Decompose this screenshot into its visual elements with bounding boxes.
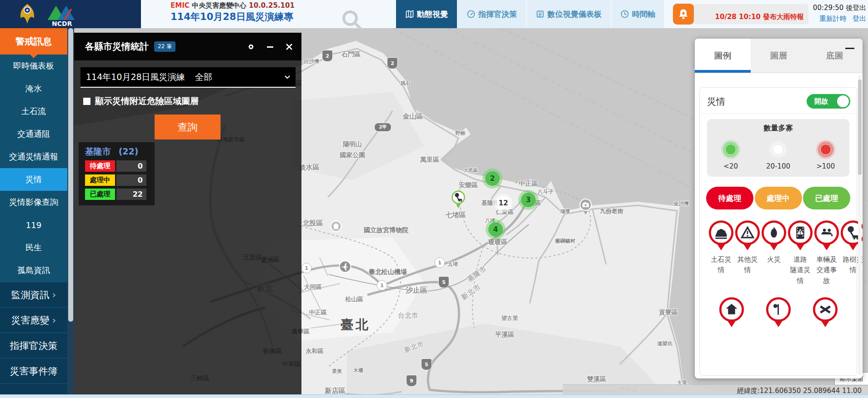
nav-tab-0[interactable]: 動態視覺	[396, 0, 457, 28]
legend-entry-partial[interactable]	[802, 296, 848, 330]
emic-phoenix-logo	[15, 2, 39, 26]
sidebar-item-9[interactable]: 民生	[0, 236, 67, 259]
legend-tab-2[interactable]: 底圖	[807, 39, 863, 73]
airport-poi[interactable]	[339, 260, 351, 275]
legend-entry[interactable]: 火災	[761, 219, 787, 286]
emic-label: EMIC	[171, 1, 190, 10]
session-countdown: 00:29:50 後登出	[813, 3, 866, 13]
quantity-dot	[773, 144, 783, 155]
chevron-down-icon	[284, 74, 291, 81]
legend-entry[interactable]: 土石災情	[708, 219, 734, 286]
status-row: 處理中0	[85, 174, 150, 186]
record-count-badge: 22 筆	[154, 41, 176, 52]
legend-tabs: 圖例圖層底圖	[695, 39, 863, 73]
sidebar-item-3[interactable]: 土石流	[0, 100, 67, 123]
nav-tab-3[interactable]: 時間軸	[611, 0, 665, 28]
cluster-marker[interactable]: 12	[497, 197, 510, 209]
logout-link[interactable]: 登出	[853, 15, 866, 23]
map-label: 金沙灣	[674, 200, 689, 207]
map-label: 跳石	[401, 80, 411, 87]
alert-bell-icon[interactable]	[673, 4, 694, 25]
nav-tab-1[interactable]: 指揮官決策	[457, 0, 527, 28]
map-label: 平溪區	[495, 331, 514, 339]
sidebar-item-11[interactable]: 監測資訊›	[0, 282, 67, 307]
legend-entry-partial[interactable]	[755, 296, 802, 330]
nav-tab-2[interactable]: 數位視覺儀表板	[527, 0, 611, 28]
sidebar-item-6[interactable]: 災情	[0, 168, 67, 191]
map-icon	[405, 10, 414, 19]
road-shield: 2	[322, 50, 333, 62]
map-label: 五堵	[448, 261, 458, 268]
status-chip: 待處理	[85, 160, 115, 172]
panel-titlebar[interactable]: 各縣市災情統計 22 筆	[74, 33, 301, 60]
museum-poi[interactable]	[330, 220, 342, 234]
map-label: 汐止區	[406, 286, 427, 295]
legend-tab-0[interactable]: 圖例	[695, 39, 751, 73]
close-icon[interactable]	[284, 42, 294, 52]
legend-entry-partial[interactable]	[708, 296, 755, 330]
legend-scrollbar-thumb[interactable]	[858, 80, 862, 175]
status-pill[interactable]: 處理中	[755, 187, 802, 209]
cluster-marker[interactable]: 4	[488, 222, 503, 237]
power-icon	[765, 296, 792, 330]
sidebar-item-4[interactable]: 交通通阻	[0, 123, 67, 145]
event-filter-select[interactable]: 114年10月28日風災演練 全部	[80, 67, 296, 88]
tree-car-pin[interactable]	[451, 190, 466, 212]
sidebar-item-12[interactable]: 災害應變›	[0, 307, 67, 333]
sidebar-item-14[interactable]: 災害事件簿	[0, 358, 67, 383]
sidebar-item-13[interactable]: 指揮官決策	[0, 333, 67, 358]
disaster-layer-toggle[interactable]: 開啟	[807, 94, 850, 109]
legend-group-box: 災情 開啟 數量多寡 <2020-100>100 待處理處理中已處理 土石災情其…	[699, 87, 857, 376]
scope-filter-value: 全部	[195, 71, 212, 83]
sidebar-item-5[interactable]: 交通災情通報	[0, 145, 67, 168]
city-name[interactable]: 基隆市	[85, 146, 111, 156]
sidebar-item-0[interactable]: 警戒訊息	[0, 28, 67, 55]
minimize-icon[interactable]	[265, 42, 275, 52]
scrollbar-thumb[interactable]	[68, 28, 73, 322]
legend-icon-grid-partial	[708, 296, 848, 330]
road-shield: 2	[387, 57, 398, 69]
status-chip: 處理中	[85, 174, 115, 186]
map-label: 大同區	[304, 283, 322, 291]
city-count: (22)	[119, 146, 139, 156]
query-button[interactable]: 查詢	[155, 114, 221, 139]
status-pill[interactable]: 待處理	[706, 187, 753, 209]
legend-entry[interactable]: 其他災情	[734, 219, 761, 286]
road-shield: 1	[377, 280, 387, 291]
search-icon[interactable]	[340, 9, 366, 33]
sidebar-item-10[interactable]: 孤島資訊	[0, 259, 67, 282]
status-value: 22	[116, 189, 146, 200]
cluster-marker[interactable]: 3	[521, 193, 536, 207]
cluster-marker[interactable]: 2	[485, 171, 500, 186]
map-label: 木柵	[353, 367, 363, 374]
sidebar-item-8[interactable]: 119	[0, 214, 67, 236]
road-shield: 5	[421, 358, 432, 370]
reset-timer-link[interactable]: 重新計時	[819, 15, 847, 23]
ncdr-logo: NCDR	[43, 1, 85, 27]
alert-banner[interactable]: 10/28 10:10 發布大雨特報	[677, 4, 808, 24]
legend-entry[interactable]: 車輛及 交通事故	[813, 219, 840, 286]
hazard-layer-checkbox-row[interactable]: 顯示災情附近危險區域圖層	[83, 95, 199, 107]
map-label: 淡水區	[299, 163, 320, 172]
org-label: 中央災害應變中心	[192, 1, 246, 10]
legend-minimize-icon[interactable]	[845, 48, 855, 54]
gear-icon[interactable]	[246, 42, 256, 52]
board-icon	[536, 10, 545, 19]
map-label: 九份老街	[600, 207, 623, 215]
legend-icon-grid: 土石災情其他災情火災道路 隧道災情車輛及 交通事故路樹災情	[708, 219, 848, 286]
status-value: 0	[116, 160, 146, 172]
status-pill[interactable]: 已處理	[803, 187, 850, 209]
sidebar-item-7[interactable]: 災情影像查詢	[0, 191, 67, 214]
closure-icon	[812, 296, 838, 330]
sidebar-scrollbar[interactable]	[67, 28, 74, 398]
map-label: 臺北	[341, 316, 371, 333]
sidebar-item-2[interactable]: 淹水	[0, 77, 67, 100]
legend-tab-1[interactable]: 圖層	[751, 39, 807, 73]
legend-scrollbar[interactable]	[858, 75, 862, 375]
map-label: 基隆市	[482, 199, 499, 207]
camera-pin[interactable]	[579, 199, 592, 219]
map-label: 陽明山	[343, 140, 362, 149]
hazard-layer-checkbox[interactable]	[83, 98, 90, 105]
legend-entry[interactable]: 道路 隧道災情	[787, 219, 813, 286]
quantity-dot	[820, 144, 831, 155]
